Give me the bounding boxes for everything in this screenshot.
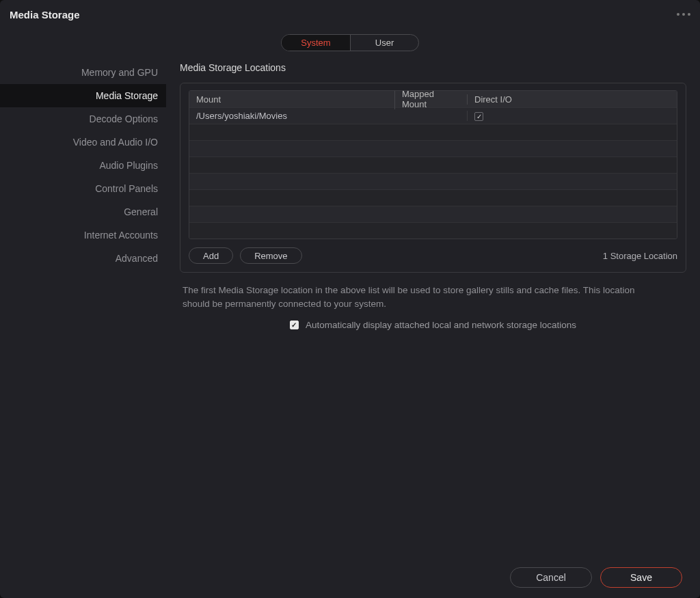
options-menu-icon[interactable] — [677, 13, 690, 16]
sidebar-item-audio-plugins[interactable]: Audio Plugins — [0, 154, 166, 177]
storage-count-status: 1 Storage Location — [603, 251, 677, 261]
tab-user[interactable]: User — [350, 35, 418, 51]
col-mapped-mount[interactable]: Mapped Mount — [394, 90, 467, 109]
cell-direct-io — [467, 111, 677, 122]
sidebar-item-video-audio-io[interactable]: Video and Audio I/O — [0, 131, 166, 154]
save-button[interactable]: Save — [600, 567, 682, 588]
col-mount[interactable]: Mount — [189, 94, 394, 105]
table-row[interactable] — [189, 189, 677, 206]
storage-table: Mount Mapped Mount Direct I/O /Users/yos… — [189, 90, 677, 239]
sidebar-item-internet-accounts[interactable]: Internet Accounts — [0, 223, 166, 247]
sidebar-item-advanced[interactable]: Advanced — [0, 247, 166, 270]
sidebar-item-media-storage[interactable]: Media Storage — [0, 84, 166, 107]
sidebar-item-control-panels[interactable]: Control Panels — [0, 177, 166, 200]
direct-io-checkbox[interactable] — [474, 112, 483, 121]
table-row[interactable] — [189, 173, 677, 189]
storage-panel: Mount Mapped Mount Direct I/O /Users/yos… — [180, 83, 686, 273]
sidebar-item-decode-options[interactable]: Decode Options — [0, 107, 166, 131]
section-title: Media Storage Locations — [180, 61, 686, 73]
help-text: The first Media Storage location in the … — [183, 284, 661, 310]
cancel-button[interactable]: Cancel — [510, 567, 592, 588]
table-row[interactable] — [189, 206, 677, 222]
table-row[interactable]: /Users/yoshiaki/Movies — [189, 107, 677, 124]
system-user-segmented: System User — [281, 34, 419, 51]
col-direct-io[interactable]: Direct I/O — [467, 94, 677, 105]
table-row[interactable] — [189, 140, 677, 157]
tab-system[interactable]: System — [282, 35, 350, 51]
remove-button[interactable]: Remove — [240, 247, 301, 264]
add-button[interactable]: Add — [189, 247, 233, 264]
table-row[interactable] — [189, 157, 677, 173]
table-header: Mount Mapped Mount Direct I/O — [189, 91, 677, 107]
auto-display-checkbox[interactable] — [290, 321, 299, 329]
cell-mount: /Users/yoshiaki/Movies — [189, 111, 394, 121]
settings-sidebar: Memory and GPU Media Storage Decode Opti… — [0, 61, 166, 557]
auto-display-label: Automatically display attached local and… — [306, 320, 576, 330]
table-row[interactable] — [189, 222, 677, 239]
sidebar-item-general[interactable]: General — [0, 200, 166, 223]
window-title: Media Storage — [10, 9, 80, 21]
table-row[interactable] — [189, 124, 677, 140]
sidebar-item-memory-gpu[interactable]: Memory and GPU — [0, 61, 166, 84]
